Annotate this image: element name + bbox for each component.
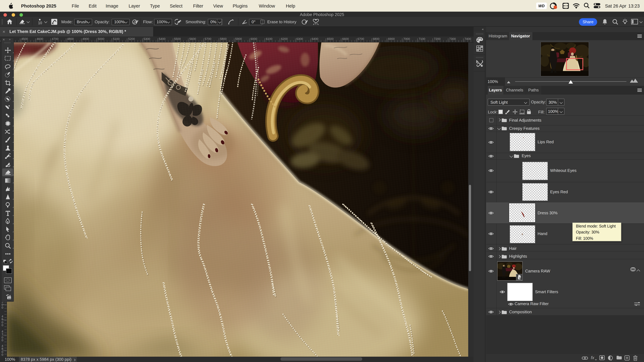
svg-text:fx: fx	[591, 356, 594, 360]
